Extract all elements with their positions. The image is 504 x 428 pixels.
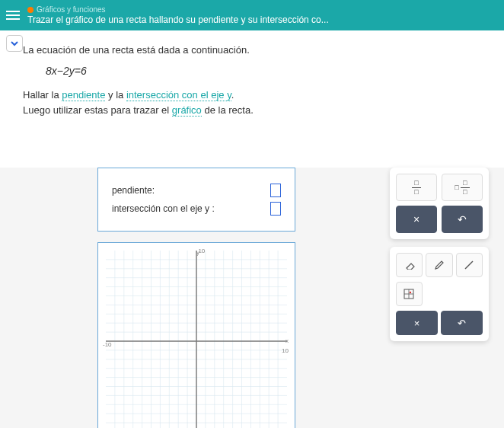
undo-icon: ↶	[458, 318, 466, 329]
chevron-down-icon	[10, 39, 19, 48]
fraction-icon: □□	[412, 180, 421, 196]
slope-link[interactable]: pendiente	[62, 89, 105, 101]
breadcrumb-dot-icon	[27, 7, 33, 13]
fraction-button[interactable]: □□	[396, 174, 437, 201]
x-axis-label: x	[285, 337, 289, 344]
mixed-number-icon: □□□	[455, 180, 469, 196]
tick-10x: 10	[282, 347, 289, 354]
times-icon: ×	[414, 318, 420, 329]
graph-clear-button[interactable]: ×	[396, 311, 438, 335]
answer-box: pendiente: intersección con el eje y :	[97, 168, 295, 232]
svg-line-38	[465, 261, 473, 269]
intercept-input[interactable]	[270, 202, 281, 216]
slope-input[interactable]	[270, 184, 281, 197]
undo-button[interactable]: ↶	[442, 206, 483, 233]
eraser-icon	[404, 260, 416, 270]
times-icon: ×	[413, 213, 419, 225]
slope-label: pendiente:	[112, 185, 155, 196]
collapse-button[interactable]	[6, 35, 23, 52]
point-grid-tool[interactable]	[396, 282, 423, 306]
graph-tools: × ↶	[390, 247, 489, 341]
eraser-tool[interactable]	[396, 253, 423, 277]
line-icon	[464, 260, 474, 270]
problem-instructions: Hallar la pendiente y la intersección co…	[23, 88, 489, 117]
clear-button[interactable]: ×	[396, 206, 437, 233]
grid-icon	[106, 251, 287, 428]
page-title: Trazar el gráfico de una recta hallando …	[27, 14, 329, 25]
graph-link[interactable]: gráfico	[172, 104, 202, 117]
pencil-tool[interactable]	[426, 253, 452, 277]
intercept-label: intersección con el eje y :	[112, 203, 215, 214]
menu-button[interactable]	[6, 11, 20, 20]
mixed-number-button[interactable]: □□□	[442, 174, 483, 201]
y-intercept-link[interactable]: intersección con el eje y	[126, 89, 231, 101]
tick-10y: 10	[198, 248, 205, 254]
tick-neg10x: -10	[103, 341, 112, 348]
problem-equation: 8x−2y=6	[46, 65, 489, 77]
breadcrumb: Gráficos y funciones	[27, 5, 329, 14]
graph-undo-button[interactable]: ↶	[441, 311, 483, 335]
graph-canvas[interactable]: y x -10 10 10 -10	[97, 242, 295, 428]
grid-point-icon	[404, 289, 414, 299]
breadcrumb-label: Gráficos y funciones	[37, 5, 106, 14]
undo-icon: ↶	[458, 213, 467, 225]
line-tool[interactable]	[456, 253, 483, 277]
math-input-tools: □□ □□□ × ↶	[390, 168, 489, 239]
svg-point-42	[410, 292, 411, 293]
problem-intro: La ecuación de una recta está dada a con…	[23, 44, 489, 56]
pencil-icon	[434, 260, 445, 270]
